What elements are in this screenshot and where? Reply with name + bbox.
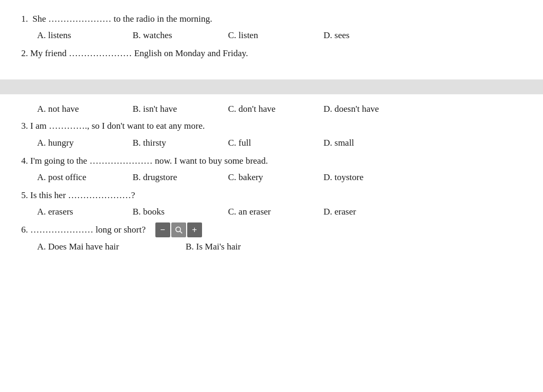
option-6b: B. Is Mai's hair: [186, 242, 334, 252]
partial-option-b: B. isn't have: [133, 104, 228, 114]
option-5c: C. an eraser: [228, 207, 323, 217]
partial-options: A. not have B. isn't have C. don't have …: [21, 104, 522, 114]
partial-option-c: C. don't have: [228, 104, 323, 114]
option-4c: C. bakery: [228, 172, 323, 183]
partial-option-a: A. not have: [37, 104, 133, 114]
partial-option-d: D. doesn't have: [323, 104, 419, 114]
option-1d: D. sees: [323, 30, 419, 41]
option-3a: A. hungry: [37, 138, 133, 148]
question-5-options: A. erasers B. books C. an eraser D. eras…: [21, 207, 522, 217]
question-3-text: 3. I am …………., so I don't want to eat an…: [21, 121, 205, 131]
question-6: 6. ………………… long or short? − +: [21, 222, 522, 237]
question-1: 1. She ………………… to the radio in the morni…: [21, 12, 522, 26]
option-5d: D. eraser: [323, 207, 419, 217]
svg-line-1: [180, 231, 182, 233]
question-4-text: 4. I'm going to the ………………… now. I want …: [21, 156, 268, 166]
option-4b: B. drugstore: [133, 172, 228, 183]
question-5: 5. Is this her …………………?: [21, 188, 522, 202]
zoom-controls: − +: [155, 222, 202, 237]
zoom-in-button[interactable]: +: [187, 222, 202, 237]
option-3b: B. thirsty: [133, 138, 228, 148]
question-4-options: A. post office B. drugstore C. bakery D.…: [21, 172, 522, 183]
question-3-options: A. hungry B. thirsty C. full D. small: [21, 138, 522, 148]
page: 1. She ………………… to the radio in the morni…: [0, 0, 543, 392]
question-2-text: 2. My friend ………………… English on Monday a…: [21, 48, 248, 58]
option-4d: D. toystore: [323, 172, 419, 183]
question-5-text: 5. Is this her …………………?: [21, 190, 135, 200]
top-section: 1. She ………………… to the radio in the morni…: [0, 0, 543, 74]
option-3d: D. small: [323, 138, 419, 148]
question-3: 3. I am …………., so I don't want to eat an…: [21, 119, 522, 133]
question-1-options: A. listens B. watches C. listen D. sees: [21, 30, 522, 41]
option-3c: C. full: [228, 138, 323, 148]
option-4a: A. post office: [37, 172, 133, 183]
question-4: 4. I'm going to the ………………… now. I want …: [21, 154, 522, 168]
option-1b: B. watches: [133, 30, 228, 41]
option-1a: A. listens: [37, 30, 133, 41]
option-6a: A. Does Mai have hair: [37, 242, 186, 252]
option-5b: B. books: [133, 207, 228, 217]
question-2: 2. My friend ………………… English on Monday a…: [21, 46, 522, 60]
option-1c: C. listen: [228, 30, 323, 41]
bottom-section: A. not have B. isn't have C. don't have …: [0, 94, 543, 267]
option-5a: A. erasers: [37, 207, 133, 217]
question-6-text: 6. ………………… long or short?: [21, 222, 146, 237]
section-divider: [0, 79, 543, 94]
zoom-search-button[interactable]: [171, 222, 186, 237]
question-1-text: 1. She ………………… to the radio in the morni…: [21, 14, 212, 24]
zoom-out-button[interactable]: −: [155, 222, 170, 237]
question-6-options: A. Does Mai have hair B. Is Mai's hair: [21, 242, 522, 252]
